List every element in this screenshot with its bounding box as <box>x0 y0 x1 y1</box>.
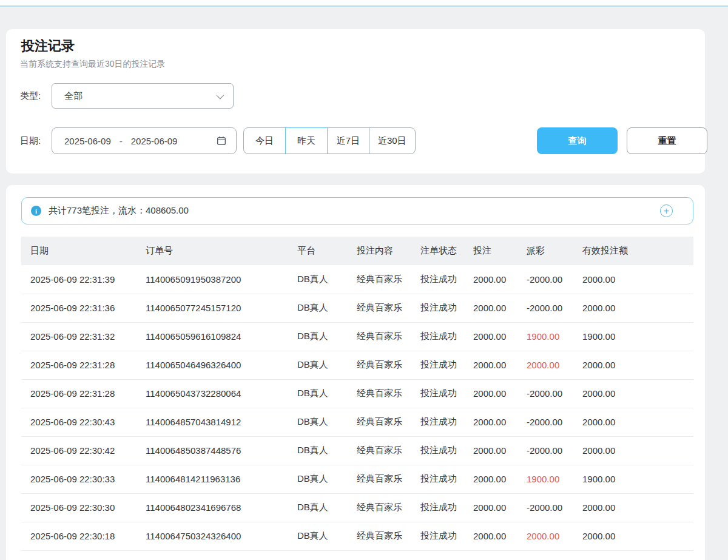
cell-valid-bet: 2000.00 <box>573 379 693 408</box>
cell-content: 经典百家乐 <box>348 436 411 465</box>
calendar-icon <box>217 136 226 146</box>
circle-plus-icon[interactable]: + <box>660 204 673 217</box>
cell-bet: 2000.00 <box>464 465 517 493</box>
cell-date: 2025-06-09 22:30:42 <box>21 436 136 465</box>
cell-valid-bet: 2000.00 <box>573 493 693 522</box>
cell-bet: 2000.00 <box>464 351 517 379</box>
cell-order-no: 1140065077245157120 <box>136 294 288 322</box>
cell-content: 经典百家乐 <box>348 522 411 550</box>
column-header-status: 注单状态 <box>411 237 464 265</box>
cell-order-no: 1140064750324326400 <box>136 522 288 550</box>
quick-range-last7days[interactable]: 近7日 <box>327 127 369 154</box>
date-range-picker[interactable]: 2025-06-09 - 2025-06-09 <box>52 127 237 154</box>
table-row: 2025-06-09 22:31:281140065043732280064DB… <box>21 379 693 408</box>
cell-content: 经典百家乐 <box>348 265 411 294</box>
summary-bar: i 共计773笔投注，流水：408605.00 + <box>21 197 693 224</box>
cell-payout: 2000.00 <box>517 522 573 550</box>
quick-range-last30days[interactable]: 近30日 <box>369 127 416 154</box>
cell-valid-bet: 2000.00 <box>573 436 693 465</box>
cell-bet: 2000.00 <box>464 379 517 408</box>
table-row: 2025-06-09 22:31:391140065091950387200DB… <box>21 265 693 294</box>
table-body: 2025-06-09 22:31:391140065091950387200DB… <box>21 265 693 550</box>
table-row: 2025-06-09 22:31:321140065059616109824DB… <box>21 322 693 351</box>
cell-order-no: 1140064850387448576 <box>136 436 288 465</box>
table-row: 2025-06-09 22:30:331140064814211963136DB… <box>21 465 693 493</box>
results-panel: i 共计773笔投注，流水：408605.00 + 日期订单号平台投注内容注单状… <box>6 185 705 560</box>
type-select-value: 全部 <box>64 90 83 102</box>
type-select[interactable]: 全部 <box>52 83 234 109</box>
date-start-value: 2025-06-09 <box>64 136 111 146</box>
cell-content: 经典百家乐 <box>348 379 411 408</box>
cell-order-no: 1140065046496326400 <box>136 351 288 379</box>
cell-content: 经典百家乐 <box>348 322 411 351</box>
info-icon: i <box>31 206 41 216</box>
cell-valid-bet: 1900.00 <box>573 322 693 351</box>
column-header-platform: 平台 <box>288 237 348 265</box>
cell-platform: DB真人 <box>288 522 348 550</box>
cell-date: 2025-06-09 22:30:33 <box>21 465 136 493</box>
type-filter-row: 类型: 全部 <box>20 83 234 109</box>
cell-payout: -2000.00 <box>517 408 573 436</box>
cell-content: 经典百家乐 <box>348 294 411 322</box>
column-header-valid-bet: 有效投注额 <box>573 237 693 265</box>
cell-content: 经典百家乐 <box>348 493 411 522</box>
cell-payout: -2000.00 <box>517 294 573 322</box>
query-button[interactable]: 查询 <box>537 127 618 154</box>
date-end-value: 2025-06-09 <box>131 136 178 146</box>
cell-status: 投注成功 <box>411 493 464 522</box>
quick-range-today[interactable]: 今日 <box>243 127 286 154</box>
cell-payout: -2000.00 <box>517 379 573 408</box>
cell-platform: DB真人 <box>288 379 348 408</box>
cell-status: 投注成功 <box>411 465 464 493</box>
cell-bet: 2000.00 <box>464 408 517 436</box>
reset-button[interactable]: 重置 <box>627 127 707 154</box>
cell-valid-bet: 2000.00 <box>573 294 693 322</box>
cell-bet: 2000.00 <box>464 436 517 465</box>
cell-payout: -2000.00 <box>517 436 573 465</box>
page-title: 投注记录 <box>21 37 75 55</box>
cell-order-no: 1140065091950387200 <box>136 265 288 294</box>
cell-status: 投注成功 <box>411 265 464 294</box>
cell-status: 投注成功 <box>411 436 464 465</box>
cell-bet: 2000.00 <box>464 522 517 550</box>
cell-date: 2025-06-09 22:30:43 <box>21 408 136 436</box>
cell-valid-bet: 2000.00 <box>573 351 693 379</box>
top-strip <box>0 0 728 5</box>
cell-bet: 2000.00 <box>464 265 517 294</box>
cell-platform: DB真人 <box>288 408 348 436</box>
cell-content: 经典百家乐 <box>348 408 411 436</box>
cell-payout: 1900.00 <box>517 465 573 493</box>
cell-order-no: 1140064857043814912 <box>136 408 288 436</box>
top-accent-line <box>0 5 728 7</box>
chevron-down-icon <box>217 91 224 99</box>
cell-payout: 1900.00 <box>517 322 573 351</box>
table-row: 2025-06-09 22:30:181140064750324326400DB… <box>21 522 693 550</box>
cell-date: 2025-06-09 22:30:18 <box>21 522 136 550</box>
date-range-separator: - <box>120 136 123 146</box>
table-row: 2025-06-09 22:30:431140064857043814912DB… <box>21 408 693 436</box>
cell-status: 投注成功 <box>411 379 464 408</box>
cell-valid-bet: 1900.00 <box>573 465 693 493</box>
cell-bet: 2000.00 <box>464 493 517 522</box>
quick-range-yesterday[interactable]: 昨天 <box>285 127 328 154</box>
cell-valid-bet: 2000.00 <box>573 522 693 550</box>
cell-status: 投注成功 <box>411 294 464 322</box>
table-row: 2025-06-09 22:30:301140064802341696768DB… <box>21 493 693 522</box>
bet-records-table: 日期订单号平台投注内容注单状态投注派彩有效投注额 2025-06-09 22:3… <box>21 237 693 551</box>
quick-range-group: 今日昨天近7日近30日 <box>243 127 416 154</box>
cell-date: 2025-06-09 22:31:39 <box>21 265 136 294</box>
cell-order-no: 1140064802341696768 <box>136 493 288 522</box>
cell-order-no: 1140065059616109824 <box>136 322 288 351</box>
cell-payout: -2000.00 <box>517 493 573 522</box>
cell-bet: 2000.00 <box>464 322 517 351</box>
cell-platform: DB真人 <box>288 493 348 522</box>
date-filter-row: 日期: 2025-06-09 - 2025-06-09 今日昨天近7日近30日 … <box>20 127 693 154</box>
filter-panel: 投注记录 当前系统支持查询最近30日的投注记录 类型: 全部 日期: 2025-… <box>6 29 705 174</box>
cell-platform: DB真人 <box>288 436 348 465</box>
cell-date: 2025-06-09 22:31:28 <box>21 351 136 379</box>
type-label: 类型: <box>20 90 52 102</box>
cell-date: 2025-06-09 22:31:28 <box>21 379 136 408</box>
cell-valid-bet: 2000.00 <box>573 408 693 436</box>
column-header-content: 投注内容 <box>348 237 411 265</box>
cell-status: 投注成功 <box>411 522 464 550</box>
